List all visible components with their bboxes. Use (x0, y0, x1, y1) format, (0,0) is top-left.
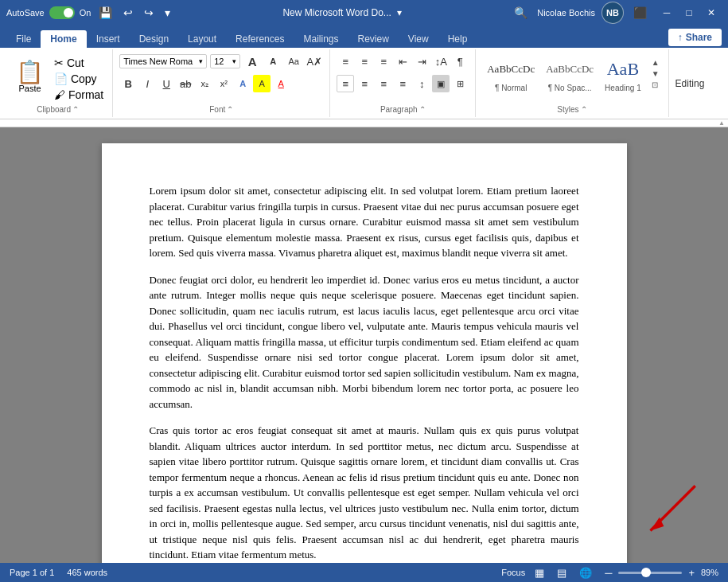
style-heading1[interactable]: AaB Heading 1 (600, 53, 646, 95)
page-info: Page 1 of 1 (10, 568, 54, 577)
align-right-button[interactable]: ≡ (375, 75, 392, 92)
editing-label: Editing (675, 78, 705, 89)
tab-view[interactable]: View (399, 30, 438, 48)
multilevel-list-button[interactable]: ≡ (375, 53, 392, 70)
document-title: New Microsoft Word Do... ▾ (173, 7, 511, 18)
tab-insert[interactable]: Insert (87, 30, 130, 48)
tab-mailings[interactable]: Mailings (294, 30, 348, 48)
copy-button[interactable]: 📄 Copy (52, 72, 106, 86)
align-center-button[interactable]: ≡ (356, 75, 373, 92)
customize-qat-icon[interactable]: ▾ (162, 3, 173, 22)
styles-scroll-down[interactable]: ▼ (649, 68, 662, 79)
strikethrough-button[interactable]: ab (177, 75, 194, 92)
avatar[interactable]: NB (601, 2, 624, 24)
font-color-button[interactable]: A (272, 75, 290, 92)
tab-file[interactable]: File (6, 30, 41, 48)
focus-button[interactable]: Focus (501, 568, 525, 577)
style-normal[interactable]: AaBbCcDc ¶ Normal (482, 53, 539, 95)
zoom-slider[interactable] (618, 572, 682, 574)
underline-button[interactable]: U (158, 75, 175, 92)
clipboard-label[interactable]: Clipboard ⌃ (37, 102, 79, 114)
clipboard-expand-icon: ⌃ (72, 105, 79, 114)
undo-icon[interactable]: ↩ (120, 3, 136, 22)
justify-button[interactable]: ≡ (394, 75, 411, 92)
line-spacing-button[interactable]: ↕ (413, 75, 430, 92)
styles-more[interactable]: ⊡ (649, 80, 662, 90)
title-bar-left: AutoSave On 💾 ↩ ↪ ▾ (6, 3, 173, 22)
paste-button[interactable]: 📋 Paste (10, 58, 50, 96)
status-right: Focus ▦ ▤ 🌐 ─ + 89% (501, 565, 718, 580)
view-read-icon[interactable]: ▦ (531, 565, 547, 580)
styles-scroll-up[interactable]: ▲ (649, 57, 662, 68)
font-family-dropdown[interactable]: Times New Roma ▾ (119, 54, 207, 68)
font-shrink-button[interactable]: A (264, 53, 282, 70)
size-arrow: ▾ (232, 57, 236, 65)
editing-section: Editing (669, 49, 711, 117)
shading-button[interactable]: ▣ (432, 75, 450, 92)
paragraph-3[interactable]: Cras quis tortor ac eros feugiat consequ… (150, 423, 579, 563)
tab-help[interactable]: Help (438, 30, 477, 48)
style-no-spacing[interactable]: AaBbCcDc ¶ No Spac... (541, 53, 598, 95)
maximize-button[interactable]: □ (679, 2, 699, 23)
tab-design[interactable]: Design (130, 30, 178, 48)
tab-review[interactable]: Review (348, 30, 398, 48)
zoom-in-button[interactable]: + (685, 565, 698, 580)
ribbon-collapse[interactable]: ▲ (0, 119, 728, 127)
numbering-button[interactable]: ≡ (356, 53, 373, 70)
format-painter-button[interactable]: 🖌 Format (52, 88, 106, 102)
bold-button[interactable]: B (119, 75, 137, 92)
highlight-button[interactable]: A (253, 75, 271, 92)
zoom-percent: 89% (701, 568, 718, 577)
clear-formatting-button[interactable]: A✗ (306, 53, 323, 70)
document-page[interactable]: Lorem ipsum dolor sit amet, consectetur … (102, 143, 627, 563)
font-grow-button[interactable]: A (243, 53, 261, 70)
sort-button[interactable]: ↕A (432, 53, 450, 70)
decrease-indent-button[interactable]: ⇤ (394, 53, 411, 70)
increase-indent-button[interactable]: ⇥ (413, 53, 430, 70)
styles-section: AaBbCcDc ¶ Normal AaBbCcDc ¶ No Spac... … (476, 49, 668, 117)
paragraph-bottom-row: ≡ ≡ ≡ ≡ ↕ ▣ ⊞ (337, 75, 469, 92)
font-case-button[interactable]: Aa (285, 53, 302, 70)
autosave-toggle[interactable] (49, 6, 75, 19)
view-layout-icon[interactable]: ▤ (554, 565, 570, 580)
styles-expand-icon: ⌃ (581, 105, 587, 114)
italic-button[interactable]: I (138, 75, 156, 92)
tab-layout[interactable]: Layout (178, 30, 226, 48)
minimize-button[interactable]: ─ (656, 2, 677, 23)
paste-icon: 📋 (16, 61, 44, 84)
save-icon[interactable]: 💾 (95, 3, 115, 22)
bullets-button[interactable]: ≡ (337, 53, 354, 70)
style-normal-preview: AaBbCcDc (487, 55, 535, 84)
styles-scroll: ▲ ▼ ⊡ (649, 57, 662, 90)
title-bar-right: 🔍 Nicolae Bochis NB ⬛ ─ □ ✕ (511, 2, 722, 24)
font-label[interactable]: Font ⌃ (209, 102, 233, 114)
view-web-icon[interactable]: 🌐 (576, 565, 595, 580)
ribbon: 📋 Paste ✂ Cut 📄 Copy 🖌 Format Clipboard … (0, 48, 728, 119)
redo-icon[interactable]: ↪ (141, 3, 157, 22)
status-left: Page 1 of 1 465 words (10, 568, 107, 577)
clipboard-sub: ✂ Cut 📄 Copy 🖌 Format (52, 53, 106, 102)
subscript-button[interactable]: x₂ (196, 75, 213, 92)
styles-label[interactable]: Styles ⌃ (557, 102, 586, 114)
superscript-button[interactable]: x² (215, 75, 232, 92)
paragraph-1[interactable]: Lorem ipsum dolor sit amet, consectetur … (150, 183, 579, 261)
font-size-dropdown[interactable]: 12 ▾ (210, 54, 240, 68)
collapse-icon: ▲ (718, 119, 725, 127)
paragraph-2[interactable]: Donec feugiat orci dolor, eu hendrerit l… (150, 272, 579, 412)
title-dropdown-icon[interactable]: ▾ (397, 7, 402, 18)
window-controls: ─ □ ✕ (656, 2, 722, 23)
align-left-button[interactable]: ≡ (337, 75, 354, 92)
tab-references[interactable]: References (226, 30, 294, 48)
text-effects-button[interactable]: A (234, 75, 251, 92)
share-button[interactable]: ↑ Share (668, 29, 722, 46)
show-marks-button[interactable]: ¶ (451, 53, 469, 70)
borders-button[interactable]: ⊞ (451, 75, 469, 92)
zoom-out-button[interactable]: ─ (601, 565, 615, 580)
cut-button[interactable]: ✂ Cut (52, 56, 106, 70)
close-button[interactable]: ✕ (701, 2, 722, 23)
ribbon-display-icon[interactable]: ⬛ (630, 3, 650, 22)
paragraph-label[interactable]: Paragraph ⌃ (380, 102, 426, 114)
document-area[interactable]: Lorem ipsum dolor sit amet, consectetur … (0, 127, 728, 563)
search-icon[interactable]: 🔍 (511, 3, 531, 22)
tab-home[interactable]: Home (41, 30, 86, 48)
